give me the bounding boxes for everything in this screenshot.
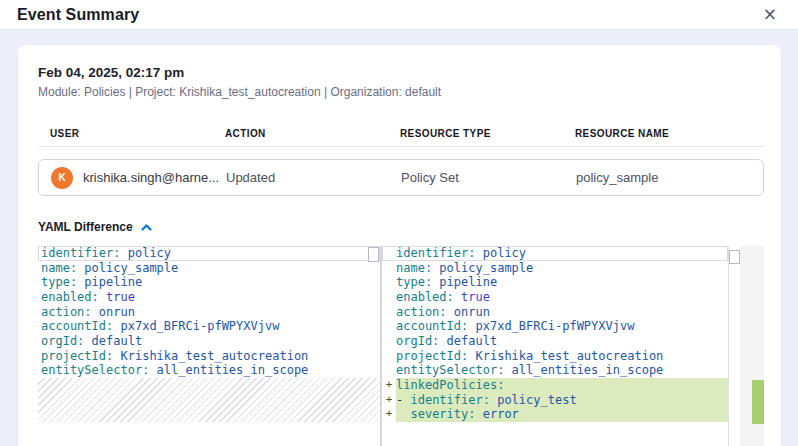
diff-added-marker bbox=[382, 349, 396, 364]
event-timestamp: Feb 04, 2025, 02:17 pm bbox=[38, 65, 764, 80]
column-action: ACTION bbox=[225, 128, 400, 139]
yaml-difference-header: YAML Difference bbox=[38, 220, 764, 234]
yaml-line: projectId: Krishika_test_autocreation bbox=[382, 349, 728, 364]
table-row: K krishika.singh@harne... Updated Policy… bbox=[38, 159, 764, 196]
diff-added-marker bbox=[382, 275, 396, 290]
diff-added-marker bbox=[382, 290, 396, 305]
user-email: krishika.singh@harne... bbox=[83, 170, 219, 185]
added-lines-marker bbox=[752, 380, 764, 424]
page-title: Event Summary bbox=[17, 6, 139, 24]
column-user: USER bbox=[50, 128, 225, 139]
diff-added-marker bbox=[382, 261, 396, 276]
diff-overview-ruler[interactable] bbox=[740, 246, 764, 446]
diff-added-marker: + bbox=[382, 393, 396, 408]
yaml-difference-label: YAML Difference bbox=[38, 220, 133, 234]
scrollbar-slider[interactable] bbox=[368, 247, 379, 262]
close-icon[interactable]: × bbox=[759, 4, 781, 25]
resource-name-cell: policy_sample bbox=[576, 170, 751, 185]
yaml-line: name: policy_sample bbox=[38, 261, 380, 276]
avatar: K bbox=[51, 167, 73, 189]
event-summary-card: Feb 04, 2025, 02:17 pm Module: Policies … bbox=[18, 45, 781, 446]
yaml-line-added: +- identifier: policy_test bbox=[382, 393, 728, 408]
yaml-line: type: pipeline bbox=[38, 275, 380, 290]
yaml-line: accountId: px7xd_BFRCi-pfWPYXVjvw bbox=[382, 319, 728, 334]
yaml-line: enabled: true bbox=[382, 290, 728, 305]
resource-type-cell: Policy Set bbox=[401, 170, 576, 185]
yaml-line-added: +linkedPolicies: bbox=[382, 378, 728, 393]
event-meta: Module: Policies | Project: Krishika_tes… bbox=[38, 85, 764, 99]
yaml-line: identifier: policy bbox=[382, 246, 728, 261]
yaml-line: entitySelector: all_entities_in_scope bbox=[382, 363, 728, 378]
yaml-line: type: pipeline bbox=[382, 275, 728, 290]
scrollbar-slider[interactable] bbox=[729, 250, 740, 264]
yaml-line: entitySelector: all_entities_in_scope bbox=[38, 363, 380, 378]
yaml-line: orgId: default bbox=[382, 334, 728, 349]
yaml-line: orgId: default bbox=[38, 334, 380, 349]
diff-added-marker bbox=[382, 363, 396, 378]
diff-added-marker: + bbox=[382, 407, 396, 422]
modified-scrollbar[interactable] bbox=[728, 246, 740, 446]
diff-modified-pane[interactable]: identifier: policyname: policy_sampletyp… bbox=[382, 246, 728, 446]
user-cell: K krishika.singh@harne... bbox=[51, 167, 226, 189]
diff-original-pane[interactable]: identifier: policyname: policy_sampletyp… bbox=[38, 246, 380, 446]
yaml-line: identifier: policy bbox=[38, 246, 380, 261]
yaml-line: enabled: true bbox=[38, 290, 380, 305]
diff-added-marker: + bbox=[382, 378, 396, 393]
yaml-diff-viewer: identifier: policyname: policy_sampletyp… bbox=[38, 246, 764, 446]
chevron-up-icon[interactable] bbox=[140, 222, 153, 233]
yaml-line: action: onrun bbox=[382, 305, 728, 320]
column-resource-name: RESOURCE NAME bbox=[575, 128, 752, 139]
yaml-line-added: + severity: error bbox=[382, 407, 728, 422]
diff-added-marker bbox=[382, 319, 396, 334]
column-resource-type: RESOURCE TYPE bbox=[400, 128, 575, 139]
diff-added-marker bbox=[382, 246, 396, 261]
yaml-line: name: policy_sample bbox=[382, 261, 728, 276]
yaml-line: projectId: Krishika_test_autocreation bbox=[38, 349, 380, 364]
modal-header: Event Summary × bbox=[0, 0, 798, 30]
yaml-line: accountId: px7xd_BFRCi-pfWPYXVjvw bbox=[38, 319, 380, 334]
diff-empty-placeholder bbox=[38, 378, 380, 422]
event-table-header: USER ACTION RESOURCE TYPE RESOURCE NAME bbox=[38, 128, 764, 147]
yaml-line: action: onrun bbox=[38, 305, 380, 320]
action-cell: Updated bbox=[226, 170, 401, 185]
diff-added-marker bbox=[382, 305, 396, 320]
diff-added-marker bbox=[382, 334, 396, 349]
